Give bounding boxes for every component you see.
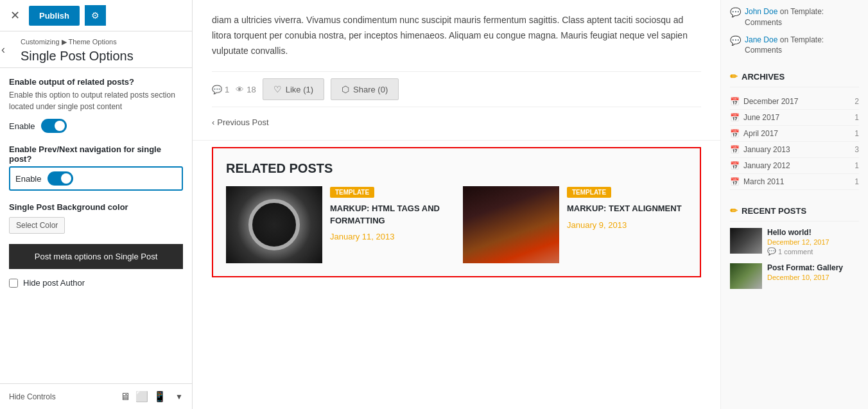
archive-count-4: 1 — [855, 161, 859, 170]
archive-item-3[interactable]: 📅 January 2013 3 — [730, 142, 859, 158]
page-title: Single Post Options — [9, 49, 183, 64]
archive-item-1[interactable]: 📅 June 2017 1 — [730, 110, 859, 126]
related-posts-area: RELATED POSTS TEMPLATE MARKUP: HTML TAGS… — [212, 147, 701, 277]
recent-date-0: December 12, 2017 — [767, 238, 859, 246]
calendar-icon-1: 📅 — [730, 113, 740, 122]
archives-title: ✏ ARCHIVES — [730, 66, 859, 87]
recent-post-0: Hello world! December 12, 2017 💬 1 comme… — [730, 228, 859, 256]
scroll-down-button[interactable]: ▼ — [175, 392, 183, 401]
related-card-1-image — [226, 186, 322, 263]
related-card-1-title: MARKUP: HTML TAGS AND FORMATTING — [330, 203, 450, 226]
share-button[interactable]: ⬡ Share (0) — [331, 78, 399, 100]
share-label: Share (0) — [353, 85, 388, 94]
hide-controls-button[interactable]: Hide Controls — [9, 392, 56, 401]
related-card-2-img-inner — [463, 186, 559, 263]
archives-title-text: ARCHIVES — [742, 72, 785, 82]
hide-controls-label: Hide Controls — [9, 392, 56, 401]
panel-content: Enable output of related posts? Enable t… — [0, 68, 192, 383]
prevnext-slider — [48, 171, 73, 186]
mobile-view-button[interactable]: 📱 — [153, 390, 166, 403]
prevnext-label: Enable Prev/Next navigation for single p… — [9, 144, 183, 164]
comment-item-2: 💬 Jane Doe on Template: Comments — [730, 35, 859, 57]
recent-post-1: Post Format: Gallery December 10, 2017 — [730, 263, 859, 289]
comments-section: 💬 John Doe on Template: Comments 💬 Jane … — [730, 6, 859, 56]
comment-bubble-icon: 💬 — [767, 247, 776, 256]
related-posts-toggle-row: Enable — [9, 119, 183, 133]
article-area: diam a ultricies viverra. Vivamus condim… — [193, 0, 720, 141]
recent-posts-title: ✏ RECENT POSTS — [730, 200, 859, 222]
color-section: Single Post Background color Select Colo… — [9, 202, 183, 234]
archive-count-2: 1 — [855, 129, 859, 138]
archive-left-1: 📅 June 2017 — [730, 113, 779, 122]
recent-thumb-1 — [730, 263, 762, 289]
breadcrumb-parent: Customizing — [21, 38, 60, 46]
related-card-2-date: January 9, 2013 — [567, 220, 687, 230]
archive-label-1: June 2017 — [743, 113, 779, 122]
recent-info-1: Post Format: Gallery December 10, 2017 — [767, 263, 859, 289]
pencil-icon-archives: ✏ — [730, 71, 738, 82]
post-meta-button[interactable]: Post meta options on Single Post — [9, 244, 183, 269]
left-panel: ✕ Publish ⚙ ‹ Customizing ▶ Theme Option… — [0, 0, 193, 409]
related-title-regular-text: POSTS — [290, 161, 333, 175]
main-content: diam a ultricies viverra. Vivamus condim… — [193, 0, 720, 409]
gear-button[interactable]: ⚙ — [85, 5, 106, 26]
archive-item-0[interactable]: 📅 December 2017 2 — [730, 94, 859, 110]
bg-color-label: Single Post Background color — [9, 202, 183, 212]
archives-section: ✏ ARCHIVES 📅 December 2017 2 📅 June 2017… — [730, 66, 859, 190]
recent-thumb-0 — [730, 228, 762, 254]
recent-posts-section: ✏ RECENT POSTS Hello world! December 12,… — [730, 200, 859, 289]
archive-item-2[interactable]: 📅 April 2017 1 — [730, 126, 859, 142]
desktop-view-button[interactable]: 🖥 — [120, 390, 130, 403]
archive-left-3: 📅 January 2013 — [730, 145, 790, 154]
related-posts-label: Enable output of related posts? — [9, 77, 183, 87]
archive-left-0: 📅 December 2017 — [730, 97, 798, 106]
view-icons: 🖥 ⬜ 📱 — [120, 390, 166, 403]
comment-link-2[interactable]: Jane Doe — [745, 35, 777, 44]
related-posts-slider — [41, 119, 67, 133]
prev-post-link[interactable]: ‹ Previous Post — [212, 117, 701, 127]
post-actions: 💬 1 👁 18 ♡ Like (1) ⬡ Share (0) — [212, 71, 701, 107]
archive-left-5: 📅 March 2011 — [730, 177, 784, 186]
related-card-2-content: TEMPLATE MARKUP: TEXT ALIGNMENT January … — [567, 186, 687, 263]
archive-left-4: 📅 January 2012 — [730, 161, 790, 170]
like-button[interactable]: ♡ Like (1) — [263, 78, 324, 100]
comment-icon: 💬 — [212, 85, 222, 94]
related-card-2: TEMPLATE MARKUP: TEXT ALIGNMENT January … — [463, 186, 687, 263]
related-card-1: TEMPLATE MARKUP: HTML TAGS AND FORMATTIN… — [226, 186, 450, 263]
comment-count: 1 — [225, 85, 229, 94]
breadcrumb-section: Theme Options — [68, 38, 116, 46]
back-button[interactable]: ‹ — [1, 43, 5, 57]
tablet-view-button[interactable]: ⬜ — [135, 390, 148, 403]
recent-title-1[interactable]: Post Format: Gallery — [767, 263, 859, 272]
publish-button[interactable]: Publish — [29, 6, 80, 26]
close-button[interactable]: ✕ — [6, 6, 24, 25]
comment-text-2: Jane Doe on Template: Comments — [745, 35, 859, 57]
article-text: diam a ultricies viverra. Vivamus condim… — [212, 13, 701, 58]
prevnext-toggle[interactable] — [48, 171, 73, 186]
comment-meta: 💬 1 — [212, 85, 229, 94]
related-posts-toggle-label: Enable — [9, 121, 35, 131]
calendar-icon-4: 📅 — [730, 161, 740, 170]
hide-author-checkbox[interactable] — [9, 279, 18, 288]
comment-icon-2: 💬 — [730, 35, 741, 46]
recent-posts-title-text: RECENT POSTS — [742, 206, 806, 216]
recent-date-1: December 10, 2017 — [767, 274, 859, 281]
view-count: 18 — [247, 85, 256, 94]
comment-item-1: 💬 John Doe on Template: Comments — [730, 6, 859, 28]
like-label: Like (1) — [286, 85, 313, 94]
archive-label-2: April 2017 — [743, 129, 778, 138]
right-sidebar: 💬 John Doe on Template: Comments 💬 Jane … — [720, 0, 868, 409]
breadcrumb: Customizing ▶ Theme Options — [9, 38, 183, 46]
related-card-2-title: MARKUP: TEXT ALIGNMENT — [567, 203, 687, 214]
calendar-icon-3: 📅 — [730, 145, 740, 154]
related-card-1-content: TEMPLATE MARKUP: HTML TAGS AND FORMATTIN… — [330, 186, 450, 263]
archive-item-4[interactable]: 📅 January 2012 1 — [730, 158, 859, 174]
hide-author-label[interactable]: Hide post Author — [23, 278, 85, 288]
breadcrumb-arrow: ▶ — [62, 38, 69, 46]
recent-title-0[interactable]: Hello world! — [767, 228, 859, 237]
related-posts-toggle[interactable] — [41, 119, 67, 133]
recent-comment-text-0: 1 comment — [778, 248, 813, 256]
archive-item-5[interactable]: 📅 March 2011 1 — [730, 174, 859, 190]
comment-link-1[interactable]: John Doe — [745, 7, 777, 16]
select-color-button[interactable]: Select Color — [9, 217, 65, 234]
